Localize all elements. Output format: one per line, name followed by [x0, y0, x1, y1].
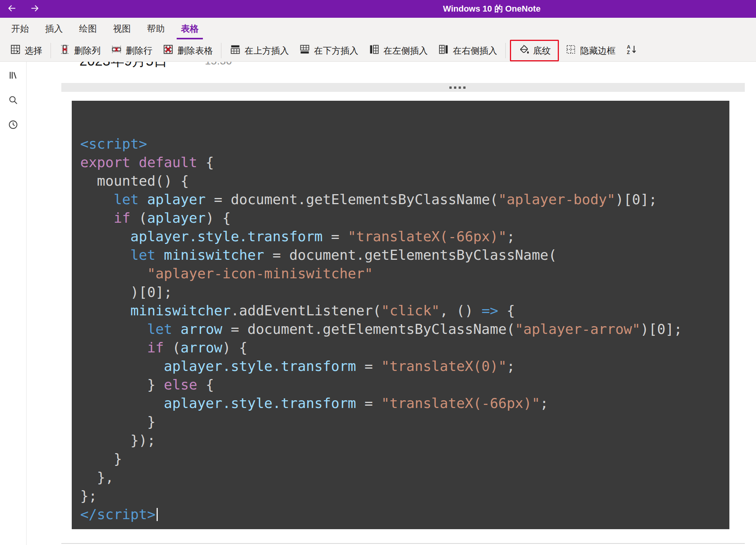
shading-button[interactable]: 底纹: [513, 41, 556, 60]
forward-button[interactable]: [23, 0, 46, 18]
code-token: [80, 358, 164, 374]
code-token: "aplayer-arrow": [515, 321, 640, 337]
insert-below-button[interactable]: 在下方插入: [294, 41, 363, 60]
code-token: ) {: [206, 210, 231, 226]
delete-table-label: 删除表格: [177, 45, 213, 57]
table-drag-dot: [459, 86, 461, 89]
code-token: [80, 210, 114, 226]
delete-column-button[interactable]: 删除列: [54, 41, 106, 60]
delete-row-button[interactable]: 删除行: [106, 41, 157, 60]
notebooks-icon: [8, 70, 19, 82]
delete-column-label: 删除列: [74, 45, 101, 57]
svg-text:A: A: [627, 44, 630, 50]
tab-draw[interactable]: 绘图: [75, 18, 101, 39]
code-token: aplayer: [147, 210, 206, 226]
select-table-label: 选择: [25, 45, 42, 57]
notebooks-button[interactable]: [5, 67, 22, 84]
tab-insert[interactable]: 插入: [41, 18, 67, 39]
forward-arrow-icon: [30, 3, 40, 14]
svg-text:Z: Z: [627, 50, 630, 55]
delete-table-button[interactable]: 删除表格: [157, 41, 218, 60]
hide-borders-button[interactable]: 隐藏边框: [560, 41, 621, 60]
code-token: "aplayer-body": [498, 191, 615, 207]
table-select-icon: [10, 44, 21, 58]
code-token: aplayer.style.transform: [164, 395, 356, 411]
delete-row-label: 删除行: [126, 45, 152, 57]
insert-below-icon: [299, 44, 310, 58]
insert-left-button[interactable]: 在左侧插入: [363, 41, 433, 60]
search-button[interactable]: [5, 92, 22, 109]
code-line: </script>: [80, 505, 722, 524]
tab-view[interactable]: 视图: [109, 18, 135, 39]
code-line: }: [80, 413, 722, 431]
code-line: miniswitcher.addEventListener("click", (…: [80, 301, 722, 320]
code-token: , (): [440, 303, 481, 318]
toolbar-separator: [51, 43, 51, 58]
left-sidebar: [0, 62, 27, 545]
toolbar-separator: [221, 43, 221, 58]
code-block[interactable]: <script>export default { mounted() { let…: [72, 101, 729, 529]
code-token: },: [80, 469, 114, 485]
shading-label: 底纹: [533, 45, 551, 57]
insert-above-button[interactable]: 在上方插入: [224, 41, 294, 60]
insert-right-label: 在右侧插入: [453, 45, 497, 57]
search-icon: [8, 95, 19, 107]
code-token: miniswitcher: [130, 303, 231, 318]
code-token: (: [164, 340, 181, 355]
code-line: if (aplayer) {: [80, 209, 722, 227]
code-line: } else {: [80, 376, 722, 394]
code-token: [80, 303, 130, 318]
toolbar-separator: [505, 43, 506, 58]
insert-right-button[interactable]: 在右侧插入: [433, 41, 502, 60]
code-line: mounted() {: [80, 172, 722, 190]
back-button[interactable]: [0, 0, 23, 18]
tab-home[interactable]: 开始: [7, 18, 33, 39]
code-token: };: [80, 488, 97, 504]
code-token: [80, 228, 130, 244]
code-token: [80, 191, 114, 207]
hide-borders-icon: [565, 44, 577, 58]
sort-button[interactable]: AZ: [621, 41, 642, 60]
delete-row-icon: [111, 44, 122, 58]
select-table-button[interactable]: 选择: [5, 41, 47, 60]
sort-az-icon: AZ: [626, 44, 637, 58]
code-token: arrow: [181, 340, 222, 355]
code-token: export default: [80, 154, 197, 170]
delete-table-icon: [162, 44, 174, 58]
text-caret: [157, 508, 158, 521]
code-token: aplayer.style.transform: [164, 358, 356, 374]
code-token: </script>: [80, 506, 155, 522]
code-token: ;: [540, 395, 548, 411]
code-token: ) {: [222, 340, 247, 355]
code-token: (: [130, 210, 147, 226]
code-line: });: [80, 431, 722, 450]
code-token: arrow: [181, 321, 222, 337]
code-token: miniswitcher: [164, 247, 264, 263]
window-title: Windows 10 的 OneNote: [443, 3, 541, 15]
code-line: };: [80, 487, 722, 505]
code-token: = document.getElementsByClassName(: [222, 321, 515, 337]
code-line: aplayer.style.transform = "translateX(0)…: [80, 357, 722, 376]
table-drag-handle[interactable]: [449, 86, 466, 89]
code-line: let aplayer = document.getElementsByClas…: [80, 190, 722, 209]
code-token: mounted() {: [80, 173, 189, 189]
tab-help[interactable]: 帮助: [143, 18, 169, 39]
code-token: if: [114, 210, 130, 226]
code-line: if (arrow) {: [80, 339, 722, 357]
code-token: let: [147, 321, 172, 337]
code-token: "translateX(0)": [381, 358, 506, 374]
code-token: "aplayer-icon-miniswitcher": [147, 266, 373, 281]
insert-left-icon: [368, 44, 380, 58]
table-drag-dot: [454, 86, 456, 89]
code-token: [80, 266, 147, 281]
code-line: export default {: [80, 153, 722, 172]
recent-notes-button[interactable]: [5, 117, 22, 134]
page-canvas[interactable]: 2023年9月5日 15:36 <script>export default {…: [27, 0, 756, 545]
code-token: [172, 321, 181, 337]
code-token: {: [197, 154, 214, 170]
tab-table[interactable]: 表格: [177, 18, 203, 39]
code-token: =: [323, 228, 348, 244]
page-bottom-divider: [61, 543, 745, 544]
insert-below-label: 在下方插入: [314, 45, 358, 57]
code-line: aplayer.style.transform = "translateX(-6…: [80, 394, 722, 413]
